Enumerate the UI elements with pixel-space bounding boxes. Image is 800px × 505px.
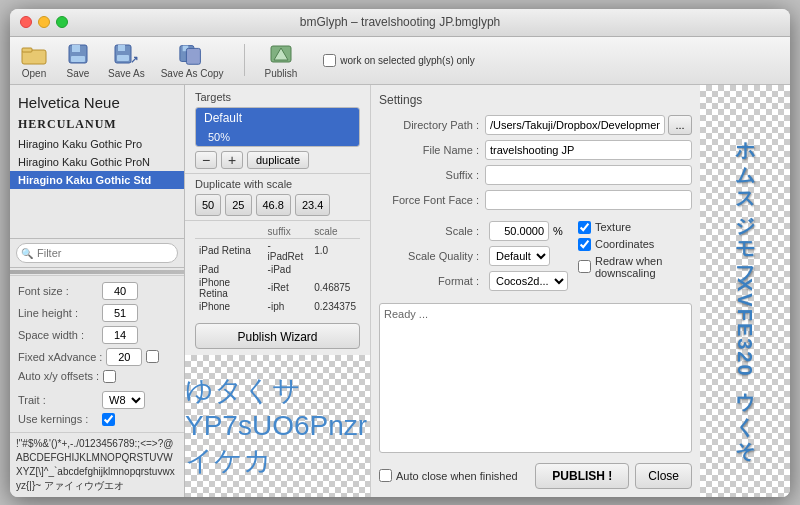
force-font-face-input[interactable] bbox=[485, 190, 692, 210]
toolbar-open[interactable]: Open bbox=[20, 42, 48, 79]
scale-quality-label: Scale Quality : bbox=[379, 250, 479, 262]
texture-checkbox[interactable] bbox=[578, 221, 591, 234]
use-kernings-checkbox[interactable] bbox=[102, 413, 115, 426]
redraw-checkbox[interactable] bbox=[578, 260, 591, 273]
auto-xy-row: Auto x/y offsets : bbox=[18, 370, 176, 383]
scale-unit: % bbox=[553, 225, 563, 237]
file-name-input[interactable] bbox=[485, 140, 692, 160]
svg-rect-11 bbox=[187, 48, 201, 64]
main-window: bmGlyph – travelshooting JP.bmglyph Open… bbox=[10, 9, 790, 497]
table-row: iPhone Retina -iRet 0.46875 bbox=[195, 276, 360, 300]
suffix-input[interactable] bbox=[485, 165, 692, 185]
space-width-label: Space width : bbox=[18, 329, 98, 341]
line-height-row: Line height : bbox=[18, 304, 176, 322]
scale-quality-select[interactable]: Default bbox=[489, 246, 550, 266]
auto-close-checkbox[interactable] bbox=[379, 469, 392, 482]
publish-label: Publish bbox=[265, 68, 298, 79]
coordinates-label: Coordinates bbox=[595, 238, 654, 250]
filter-wrap: 🔍 bbox=[16, 243, 178, 263]
device-ipad: iPad bbox=[195, 263, 264, 276]
scale-50-button[interactable]: 50 bbox=[195, 194, 221, 216]
toolbar-publish[interactable]: Publish bbox=[265, 42, 298, 79]
scale-23-button[interactable]: 23.4 bbox=[295, 194, 330, 216]
dup-scale-section: Duplicate with scale 50 25 46.8 23.4 bbox=[185, 174, 370, 221]
toolbar-save-as-copy[interactable]: Save As Copy bbox=[161, 42, 224, 79]
scale-46-button[interactable]: 46.8 bbox=[256, 194, 291, 216]
font-item-hiragino-kaku-gothic-pro[interactable]: Hiragino Kaku Gothic Pro bbox=[10, 135, 184, 153]
checkboxes: Texture Coordinates Redraw when downscal… bbox=[578, 221, 692, 279]
target-item-50[interactable]: 50% bbox=[196, 128, 359, 146]
trait-row: Trait : W8 bbox=[18, 391, 176, 409]
minimize-button[interactable] bbox=[38, 16, 50, 28]
log-text: Ready ... bbox=[384, 308, 428, 320]
scale-label: Scale : bbox=[379, 225, 479, 237]
save-label: Save bbox=[67, 68, 90, 79]
filter-input[interactable] bbox=[16, 243, 178, 263]
table-row: iPad Retina -iPadRet 1.0 bbox=[195, 238, 360, 263]
glyphs-text: !"#$%&'()*+,-./0123456789:;<=>?@ABCDEFGH… bbox=[10, 432, 184, 497]
toolbar-save[interactable]: Save bbox=[64, 42, 92, 79]
remove-target-button[interactable]: − bbox=[195, 151, 217, 169]
coordinates-row: Coordinates bbox=[578, 238, 692, 251]
space-width-row: Space width : bbox=[18, 326, 176, 344]
font-item-helvetica-neue[interactable]: Helvetica Neue bbox=[10, 91, 184, 114]
targets-section: Targets Default 50% − + duplicate bbox=[185, 85, 370, 174]
directory-path-input[interactable] bbox=[485, 115, 665, 135]
svg-text:↗: ↗ bbox=[130, 54, 138, 65]
right-panel: Settings Directory Path : ... File Name … bbox=[370, 85, 700, 497]
fixed-xadvance-input[interactable] bbox=[106, 348, 142, 366]
format-label: Format : bbox=[379, 275, 479, 287]
save-as-copy-icon bbox=[178, 42, 206, 66]
font-list: Helvetica Neue HERCULANUM Hiragino Kaku … bbox=[10, 85, 184, 238]
browse-button[interactable]: ... bbox=[668, 115, 692, 135]
target-item-default[interactable]: Default bbox=[196, 108, 359, 128]
scale-25-button[interactable]: 25 bbox=[225, 194, 251, 216]
scale-left: Scale : % Scale Quality : Default Format… bbox=[379, 221, 568, 291]
close-button[interactable]: Close bbox=[635, 463, 692, 489]
work-on-selected-label: work on selected glyph(s) only bbox=[340, 55, 475, 66]
window-title: bmGlyph – travelshooting JP.bmglyph bbox=[300, 15, 501, 29]
close-button[interactable] bbox=[20, 16, 32, 28]
traffic-lights bbox=[20, 16, 68, 28]
col-device bbox=[195, 225, 264, 239]
scale-iphone-retina: 0.46875 bbox=[310, 276, 360, 300]
font-item-hiragino-kaku-gothic-std[interactable]: Hiragino Kaku Gothic Std bbox=[10, 171, 184, 189]
trait-select[interactable]: W8 bbox=[102, 391, 145, 409]
work-on-selected-checkbox[interactable] bbox=[323, 54, 336, 67]
toolbar-save-as[interactable]: ↗ Save As bbox=[108, 42, 145, 79]
left-params: Font size : Line height : Space width : … bbox=[10, 276, 184, 432]
svg-rect-4 bbox=[71, 56, 85, 62]
font-item-hiragino-kaku-gothic-pron[interactable]: Hiragino Kaku Gothic ProN bbox=[10, 153, 184, 171]
format-select[interactable]: Cocos2d... bbox=[489, 271, 568, 291]
titlebar: bmGlyph – travelshooting JP.bmglyph bbox=[10, 9, 790, 37]
coordinates-checkbox[interactable] bbox=[578, 238, 591, 251]
redraw-row: Redraw when downscaling bbox=[578, 255, 692, 279]
space-width-input[interactable] bbox=[102, 326, 138, 344]
col-scale: scale bbox=[310, 225, 360, 239]
font-size-input[interactable] bbox=[102, 282, 138, 300]
preview-panel: ホムスジモフXVFE320ウくそ bbox=[700, 85, 790, 497]
maximize-button[interactable] bbox=[56, 16, 68, 28]
publish-button[interactable]: PUBLISH ! bbox=[535, 463, 629, 489]
fixed-xadvance-checkbox[interactable] bbox=[146, 350, 159, 363]
add-target-button[interactable]: + bbox=[221, 151, 243, 169]
settings-title: Settings bbox=[379, 93, 692, 107]
scale-input[interactable] bbox=[489, 221, 549, 241]
targets-list: Default 50% bbox=[195, 107, 360, 147]
save-as-copy-label: Save As Copy bbox=[161, 68, 224, 79]
line-height-input[interactable] bbox=[102, 304, 138, 322]
use-kernings-label: Use kernings : bbox=[18, 413, 98, 425]
table-row: iPhone -iph 0.234375 bbox=[195, 300, 360, 313]
publish-wizard-button[interactable]: Publish Wizard bbox=[195, 323, 360, 349]
save-as-icon: ↗ bbox=[112, 42, 140, 66]
svg-rect-1 bbox=[22, 48, 32, 52]
device-table: suffix scale iPad Retina -iPadRet 1.0 iP… bbox=[185, 221, 370, 317]
svg-rect-6 bbox=[118, 45, 125, 51]
auto-xy-checkbox[interactable] bbox=[103, 370, 116, 383]
scale-ipad bbox=[310, 263, 360, 276]
font-item-herculanum[interactable]: HERCULANUM bbox=[10, 114, 184, 135]
duplicate-button[interactable]: duplicate bbox=[247, 151, 309, 169]
targets-label: Targets bbox=[195, 91, 360, 103]
redraw-label: Redraw when downscaling bbox=[595, 255, 692, 279]
log-area: Ready ... bbox=[379, 303, 692, 453]
